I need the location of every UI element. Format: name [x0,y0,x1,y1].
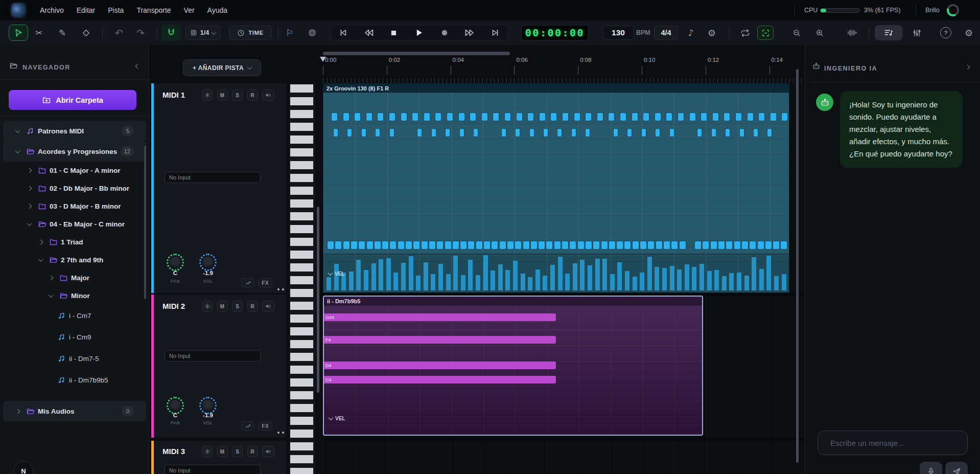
midi-note[interactable] [376,129,380,137]
chevron-down-icon[interactable] [38,257,43,262]
mute-button[interactable]: M [217,301,228,312]
midi-note[interactable] [765,241,772,249]
midi-note[interactable] [726,129,730,137]
midi-note[interactable] [355,113,360,121]
midi-note[interactable] [773,241,779,249]
solo-button[interactable]: S [232,446,243,457]
midi-note[interactable] [362,129,366,137]
stop-button[interactable] [389,29,398,37]
midi-note[interactable] [586,241,592,249]
midi-note[interactable] [367,241,373,249]
tree-item[interactable]: 02 - Db Major - Bb minor [2,179,147,197]
midi-note[interactable] [703,241,709,249]
midi-note[interactable] [758,241,764,249]
midi-note[interactable] [632,113,638,121]
midi-note[interactable] [767,129,772,137]
auto-scroll-button[interactable] [757,26,774,40]
midi-note[interactable] [437,241,443,249]
midi-note[interactable] [474,129,478,137]
open-folder-button[interactable]: Abrir Carpeta [9,90,136,110]
midi-note[interactable] [347,129,352,137]
midi-note[interactable] [389,113,395,121]
chat-input[interactable] [818,431,967,455]
automation-button[interactable] [241,278,254,287]
midi-note[interactable] [750,241,756,249]
midi-note[interactable] [609,241,615,249]
midi-note[interactable] [546,241,552,249]
tree-item[interactable]: ii - Dm7b9b5 [2,369,147,391]
volume-knob[interactable] [199,254,217,271]
midi-note[interactable] [578,241,584,249]
chevron-right-icon[interactable] [27,168,32,173]
midi-note[interactable] [539,241,545,249]
record-button[interactable] [440,28,449,37]
midi-note[interactable] [736,113,741,121]
midi-note[interactable] [484,241,490,249]
midi-note[interactable] [617,241,623,249]
tree-item[interactable]: 04 - Eb Major - C minor [2,215,147,233]
app-logo-icon[interactable] [11,3,26,17]
midi-note[interactable] [332,113,337,121]
mic-button[interactable] [920,462,942,474]
midi-note[interactable] [670,129,674,137]
zoom-in-button[interactable] [812,25,827,41]
pan-knob[interactable] [167,397,184,414]
record-arm-button[interactable]: R [247,446,258,457]
tree-item[interactable]: ii - Dm7-5 [2,348,147,369]
midi-note[interactable] [690,113,695,121]
midi-note[interactable] [507,241,514,249]
midi-note[interactable] [574,113,580,121]
midi-clip-groovin[interactable]: 2x Groovin 130 (8) F1 R VEL [323,83,789,293]
midi-note[interactable] [713,113,718,121]
chevron-right-icon[interactable] [38,240,43,245]
solo-button[interactable]: S [232,301,243,312]
chevron-down-icon[interactable] [27,221,32,226]
midi-note[interactable] [406,241,412,249]
midi-note[interactable] [711,241,717,249]
tree-item[interactable]: 03 - D Major - B minor [2,197,147,215]
midi-note-C4[interactable]: C4 [324,376,556,383]
midi-note[interactable] [398,241,404,249]
midi-note[interactable] [375,241,381,249]
midi-note[interactable] [726,241,732,249]
loop-button[interactable] [737,25,753,41]
redo-button[interactable]: ↷ [132,25,149,41]
midi-note[interactable] [671,241,678,249]
midi-note[interactable] [435,113,441,121]
midi-note[interactable] [557,129,562,137]
track-input-selector[interactable]: No Input [165,172,261,183]
mute-button[interactable]: M [217,89,228,101]
midi-note[interactable] [424,113,430,121]
midi-note[interactable] [563,113,568,121]
freeze-button[interactable] [202,89,213,101]
arrangement-scrollbar[interactable] [796,69,799,463]
time-mode-button[interactable]: TIME [229,26,272,40]
midi-note[interactable] [620,113,626,121]
midi-note[interactable] [378,113,383,121]
tree-item[interactable]: 2 7th and 9th [2,251,147,269]
midi-note[interactable] [453,241,459,249]
freeze-button[interactable] [202,446,213,457]
midi-note-D4[interactable]: D4 [324,362,556,369]
chevron-right-icon[interactable] [27,186,32,191]
midi-note[interactable] [417,129,422,137]
midi-note[interactable] [586,113,591,121]
midi-note[interactable] [528,113,533,121]
zoom-out-button[interactable] [789,25,804,41]
midi-note[interactable] [390,241,396,249]
arrangement-area[interactable]: 2x Groovin 130 (8) F1 R VEL ii - Dm7b9b5… [323,83,805,474]
menu-item-editar[interactable]: Editar [77,6,96,14]
help-button[interactable]: ? [940,27,951,38]
metronome-button[interactable] [305,25,320,41]
bpm-input[interactable]: 130 [602,26,634,40]
midi-note[interactable] [460,129,464,137]
fast-forward-button[interactable] [464,28,475,38]
midi-note[interactable] [609,113,614,121]
chevron-right-icon[interactable] [15,409,20,414]
midi-note[interactable] [432,129,436,137]
midi-note[interactable] [343,113,349,121]
track-input-selector[interactable]: No Input [165,465,261,474]
tree-item[interactable]: Patrones MIDI5 [3,121,146,141]
midi-note[interactable] [648,241,654,249]
tree-item[interactable]: Major [2,269,147,287]
